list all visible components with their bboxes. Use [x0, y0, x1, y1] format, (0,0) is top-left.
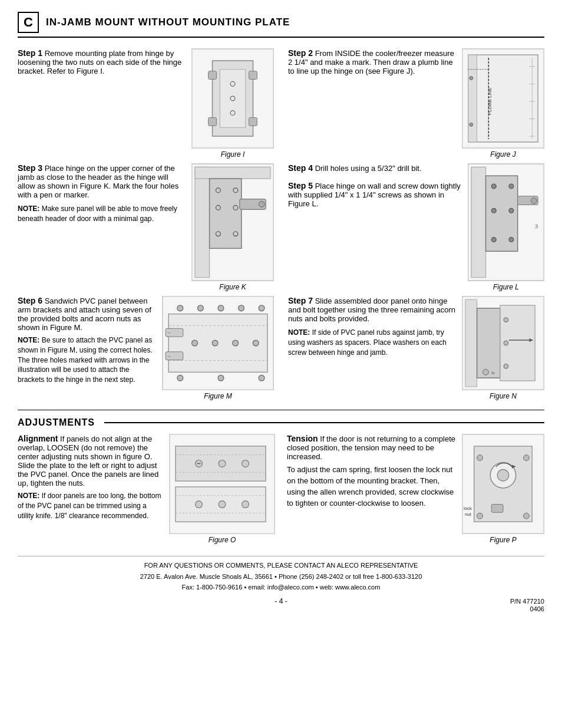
svg-text:3: 3 [535, 223, 538, 229]
svg-point-68 [253, 340, 259, 346]
step-7-caption: Figure N [490, 392, 517, 400]
alignment-note-label: NOTE: [18, 492, 39, 500]
step-2-block: Step 2 From INSIDE the cooler/freezer me… [288, 48, 544, 159]
tension-text2: To adjust the cam spring, first loosen t… [287, 465, 454, 508]
svg-rect-11 [249, 71, 257, 80]
svg-point-67 [233, 340, 239, 346]
page-title: IN-JAMB MOUNT WITHOUT MOUNTING PLATE [46, 17, 290, 28]
svg-point-70 [218, 375, 224, 381]
svg-point-80 [504, 364, 508, 368]
step-3-note: NOTE: Make sure panel will be able to mo… [18, 204, 186, 224]
alignment-block: Alignment If panels do not align at the … [18, 434, 275, 544]
step-3-figure-container: Figure K [191, 163, 274, 291]
step-5-label: Step 5 [288, 181, 313, 190]
step-7-label: Step 7 [288, 296, 313, 305]
svg-point-39 [259, 202, 265, 207]
svg-point-47 [491, 238, 496, 242]
svg-point-21 [470, 123, 473, 126]
svg-point-90 [219, 501, 226, 508]
figure-p-svg: lock nut [462, 434, 544, 534]
tension-figure-container: lock nut Figure P [462, 434, 544, 544]
figure-o-svg [169, 434, 275, 534]
step-7-note: NOTE: If side of PVC panel rubs against … [288, 328, 456, 357]
step-row-3-45: Step 3 Place hinge on the upper corner o… [18, 163, 544, 291]
step-7-note-label: NOTE: [288, 328, 310, 337]
step-7-note-text: If side of PVC panel rubs against jamb, … [288, 328, 447, 357]
step-6-caption: Figure M [204, 392, 232, 400]
svg-rect-6 [220, 70, 245, 128]
svg-rect-30 [195, 167, 270, 179]
step-2-label: Step 2 [288, 48, 313, 58]
svg-point-56 [177, 305, 183, 311]
alignment-label: Alignment [18, 434, 58, 443]
step-3-note-text: Make sure panel will be able to move fre… [18, 205, 177, 223]
step-row-6-7: Step 6 Sandwich PVC panel between arm br… [18, 296, 544, 400]
step-45-block: Step 4 Drill holes using a 5/32" drill b… [288, 163, 544, 291]
svg-text:PLUMB LINE: PLUMB LINE [487, 88, 492, 116]
svg-point-71 [259, 375, 265, 381]
alignment-para: Alignment If panels do not align at the … [18, 434, 163, 487]
svg-point-44 [509, 184, 514, 189]
svg-text:nut: nut [465, 512, 472, 517]
step-3-note-label: NOTE: [18, 205, 42, 213]
svg-point-69 [177, 375, 183, 381]
svg-point-100 [497, 469, 509, 481]
svg-rect-41 [471, 167, 486, 277]
svg-rect-15 [468, 55, 538, 142]
step-6-text-col: Step 6 Sandwich PVC panel between arm br… [18, 296, 156, 385]
svg-text:→: → [167, 330, 171, 335]
alignment-text-col: Alignment If panels do not align at the … [18, 434, 163, 521]
svg-point-79 [504, 341, 508, 345]
adjustments-grid: Alignment If panels do not align at the … [18, 434, 544, 544]
svg-point-60 [259, 305, 265, 311]
svg-rect-12 [209, 118, 217, 126]
svg-rect-73 [465, 299, 477, 387]
step-1-text-col: Step 1 Remove mounting plate from hinge … [18, 48, 186, 75]
svg-rect-13 [249, 118, 257, 126]
step-7-figure-container: lo Figure N [462, 296, 544, 400]
svg-point-91 [242, 501, 249, 508]
tension-label: Tension [287, 434, 318, 443]
step-6-figure-container: → → Figure M [162, 296, 274, 400]
svg-point-58 [218, 305, 224, 311]
step-row-1-2: Step 1 Remove mounting plate from hinge … [18, 48, 544, 159]
svg-point-50 [531, 198, 537, 204]
step-5-figure-container: 3 Figure L [468, 163, 544, 291]
svg-rect-101 [491, 505, 503, 513]
figure-i-svg [191, 48, 274, 149]
alignment-note-text: If door panels are too long, the bottom … [18, 492, 161, 520]
step-1-label: Step 1 [18, 48, 42, 58]
step-5-para: Step 5 Place hinge on wall and screw dow… [288, 181, 462, 208]
step-1-caption: Figure I [221, 150, 245, 159]
svg-point-57 [197, 305, 203, 311]
step-6-note-label: NOTE: [18, 336, 39, 344]
svg-text:lo: lo [491, 371, 495, 375]
step-1-text: Remove mounting plate from hinge by loos… [18, 49, 181, 75]
alignment-figure-container: Figure O [169, 434, 275, 544]
step-5-text: Place hinge on wall and screw down tight… [288, 182, 461, 208]
step-6-block: Step 6 Sandwich PVC panel between arm br… [18, 296, 274, 400]
step-1-block: Step 1 Remove mounting plate from hinge … [18, 48, 274, 159]
step-2-caption: Figure J [490, 150, 515, 159]
svg-rect-29 [195, 167, 210, 277]
footer: FOR ANY QUESTIONS OR COMMENTS, PLEASE CO… [18, 556, 544, 607]
svg-point-45 [491, 208, 496, 213]
step-4-para: Step 4 Drill holes using a 5/32" drill b… [288, 163, 462, 173]
figure-k-svg [191, 163, 274, 281]
adjustments-divider [18, 410, 544, 410]
svg-text:→: → [167, 354, 171, 359]
step-6-note: NOTE: Be sure to attach the PVC panel as… [18, 335, 156, 385]
alignment-caption: Figure O [209, 536, 236, 544]
footer-address: 2720 E. Avalon Ave. Muscle Shoals AL, 35… [18, 571, 544, 582]
footer-contact: FOR ANY QUESTIONS OR COMMENTS, PLEASE CO… [18, 560, 544, 571]
svg-point-66 [212, 340, 218, 346]
step-3-text-col: Step 3 Place hinge on the upper corner o… [18, 163, 186, 224]
svg-point-81 [483, 369, 489, 375]
svg-rect-16 [468, 55, 477, 142]
figure-l-svg: 3 [468, 163, 544, 281]
footer-page: - 4 - [275, 595, 287, 607]
footer-fax: Fax: 1-800-750-9616 • email: info@aleco.… [18, 582, 544, 593]
svg-rect-10 [209, 71, 217, 80]
svg-rect-74 [477, 308, 500, 378]
step-4-text: Drill holes using a 5/32" drill bit. [315, 164, 422, 173]
